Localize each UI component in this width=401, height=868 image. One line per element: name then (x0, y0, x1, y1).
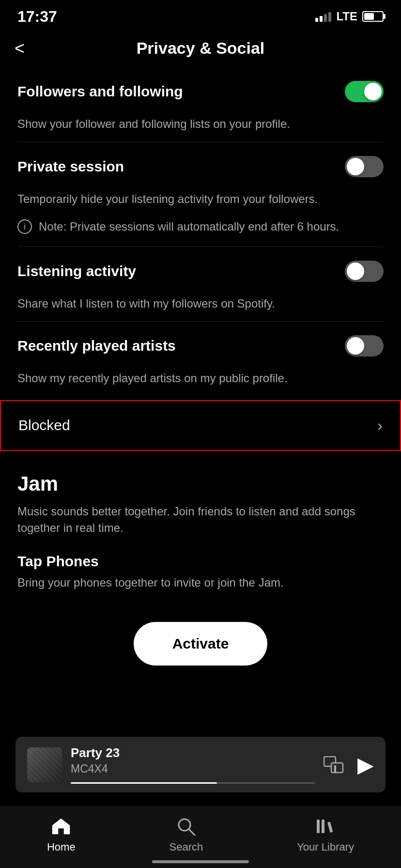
mini-player-container: Party 23 MC4X4 ▐ ▶ (0, 737, 401, 800)
home-indicator (152, 860, 249, 863)
followers-toggle[interactable] (345, 81, 384, 102)
nav-library[interactable]: Your Library (297, 816, 354, 853)
svg-text:▐: ▐ (332, 765, 337, 773)
recently-played-label: Recently played artists (17, 338, 176, 354)
listening-activity-toggle[interactable] (345, 261, 384, 282)
listening-activity-desc: Share what I listen to with my followers… (0, 295, 401, 322)
play-button[interactable]: ▶ (357, 752, 374, 777)
status-time: 17:37 (17, 8, 57, 26)
jam-desc: Music sounds better together. Join frien… (0, 503, 401, 549)
page-title: Privacy & Social (137, 39, 265, 58)
tap-phones-heading: Tap Phones (0, 549, 401, 574)
library-icon (315, 816, 336, 837)
battery-icon (362, 11, 384, 22)
mini-player[interactable]: Party 23 MC4X4 ▐ ▶ (15, 737, 386, 792)
nav-library-label: Your Library (297, 841, 354, 853)
recently-played-row: Recently played artists (0, 322, 401, 370)
listening-activity-label: Listening activity (17, 263, 136, 279)
nav-home-label: Home (47, 841, 76, 853)
header: < Privacy & Social (0, 29, 401, 67)
blocked-row[interactable]: Blocked › (0, 400, 401, 451)
track-artist: MC4X4 (71, 762, 315, 775)
svg-rect-6 (322, 820, 324, 833)
private-session-toggle[interactable] (345, 156, 384, 177)
nav-search[interactable]: Search (170, 816, 203, 853)
info-icon: i (17, 219, 32, 234)
listening-activity-row: Listening activity (0, 247, 401, 295)
recently-played-toggle[interactable] (345, 335, 384, 356)
svg-rect-7 (327, 822, 333, 833)
status-bar: 17:37 LTE (0, 0, 401, 29)
track-title: Party 23 (71, 745, 315, 760)
private-session-note: Note: Private sessions will automaticall… (39, 218, 339, 235)
back-button[interactable]: < (15, 38, 25, 59)
mini-player-controls: ▐ ▶ (324, 752, 374, 777)
signal-icon (315, 11, 331, 22)
mini-player-info: Party 23 MC4X4 (71, 745, 315, 784)
album-art (27, 747, 62, 782)
private-session-row: Private session (0, 142, 401, 191)
chevron-right-icon: › (377, 417, 383, 434)
bottom-nav: Home Search Your Library (0, 806, 401, 868)
progress-bar (71, 782, 315, 784)
tap-phones-desc: Bring your phones together to invite or … (0, 574, 401, 604)
svg-line-4 (189, 829, 195, 835)
followers-desc: Show your follower and following lists o… (0, 116, 401, 142)
private-session-label: Private session (17, 158, 124, 175)
followers-label: Followers and following (17, 83, 183, 100)
private-session-note-row: i Note: Private sessions will automatica… (0, 217, 401, 247)
progress-fill (71, 782, 217, 784)
private-session-desc: Temporarily hide your listening activity… (0, 191, 401, 217)
lte-label: LTE (336, 10, 357, 23)
search-icon (175, 816, 197, 837)
nav-search-label: Search (170, 841, 203, 853)
blocked-label: Blocked (18, 417, 70, 434)
activate-button[interactable]: Activate (134, 622, 268, 666)
jam-heading: Jam (0, 455, 401, 503)
recently-played-desc: Show my recently played artists on my pu… (0, 370, 401, 396)
svg-rect-5 (317, 820, 320, 833)
followers-setting-row: Followers and following (0, 67, 401, 116)
nav-home[interactable]: Home (47, 816, 76, 853)
status-icons: LTE (315, 10, 384, 23)
connect-device-icon[interactable]: ▐ (324, 756, 344, 774)
content: Followers and following Show your follow… (0, 67, 401, 780)
home-icon (50, 816, 72, 837)
